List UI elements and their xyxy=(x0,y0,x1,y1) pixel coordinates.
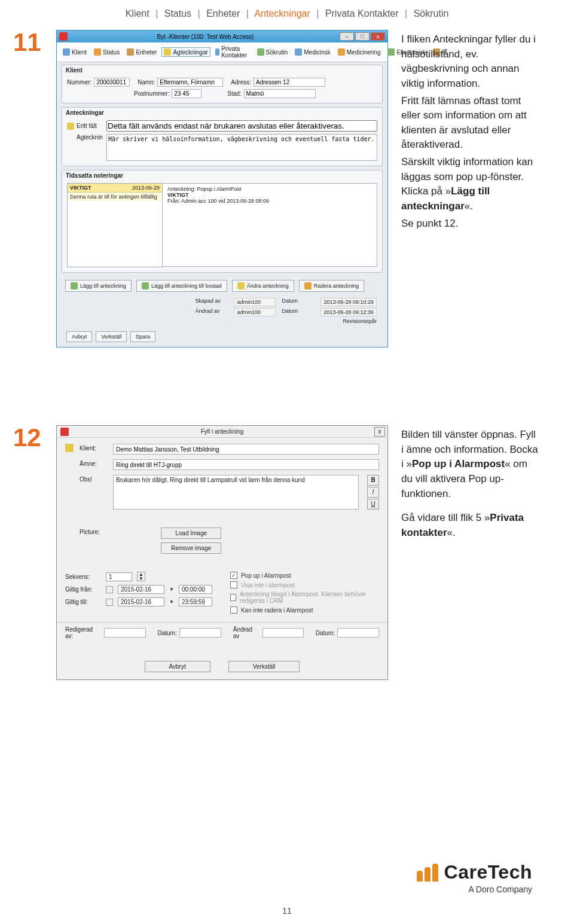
datum-label: Datum: xyxy=(158,630,177,636)
btn-verkstall[interactable]: Verkställ xyxy=(96,331,127,342)
bc-enheter: Enheter xyxy=(206,8,240,19)
bc-klient: Klient xyxy=(126,8,149,19)
bc-privata: Privata Kontakter xyxy=(325,8,399,19)
sekvens-input[interactable]: 1 xyxy=(106,572,132,581)
btn-radera[interactable]: Radera anteckning xyxy=(299,280,365,292)
checkbox[interactable] xyxy=(106,586,113,593)
giltig-fran-date[interactable]: 2015-02-16 xyxy=(118,585,164,594)
bc-status: Status xyxy=(164,8,191,19)
bc-sep: | xyxy=(316,8,319,19)
btn-avbryt[interactable]: Avbryt xyxy=(145,661,210,672)
andrad-value: admin100 xyxy=(234,308,276,316)
rev-link[interactable]: Revisionsspår xyxy=(343,318,377,324)
chk-tillagd-label: Anteckning tillagd i Alarmpost. Klienten… xyxy=(240,591,379,604)
p: I fliken Anteckningar fyller du i hälsot… xyxy=(401,32,538,92)
popup-title: Anteckning: Popup i AlarmPost xyxy=(167,186,372,192)
tab-enheter[interactable]: Enheter xyxy=(124,47,159,57)
redig-label: Redigerad av: xyxy=(65,626,102,639)
klient-label: Klient: xyxy=(80,444,107,452)
chk-radera[interactable] xyxy=(230,606,237,614)
note-icon xyxy=(67,123,74,130)
bold-button[interactable]: B xyxy=(367,475,379,486)
italic-button[interactable]: I xyxy=(367,487,379,498)
sekvens-label: Sekvens: xyxy=(65,574,101,580)
adress-label: Adress: xyxy=(231,79,251,86)
skapad-datum: 2013-06-28 09:10:29 xyxy=(320,298,377,306)
bc-sep: | xyxy=(155,8,158,19)
titlebar: Byt -Klienter (100: Test Web Access) – □… xyxy=(57,31,387,42)
giltig-fran-time[interactable]: 00:00:00 xyxy=(179,585,212,594)
bc-sep: | xyxy=(198,8,200,19)
nummer-input[interactable] xyxy=(94,78,130,87)
underline-button[interactable]: U xyxy=(367,499,379,510)
popup-heading: VIKTIGT xyxy=(167,192,372,198)
btn-lagg-anteckning[interactable]: Lägg till anteckning xyxy=(65,280,132,292)
status-icon xyxy=(94,48,101,56)
tab-status[interactable]: Status xyxy=(91,47,122,57)
bc-sep: | xyxy=(246,8,249,19)
tab-klient[interactable]: Klient xyxy=(60,47,89,57)
btn-verkstall[interactable]: Verkställ xyxy=(228,661,300,672)
fritt-label: Eritt fält xyxy=(77,123,106,129)
bc-anteckningar: Anteckningar xyxy=(254,8,310,19)
btn-lagg-bostad[interactable]: Lägg till anteckning till bostad xyxy=(136,280,227,292)
remove-image-button[interactable]: Remove image xyxy=(161,542,221,554)
fritt-input[interactable] xyxy=(106,120,377,132)
redig-value xyxy=(104,628,145,638)
viktigt-date: 2013-06-28 xyxy=(130,184,162,192)
p: Gå vidare till flik 5 »Privata kontakter… xyxy=(401,511,538,540)
add-icon xyxy=(142,282,149,289)
close-button[interactable]: x xyxy=(371,32,385,41)
namn-input[interactable] xyxy=(157,78,223,87)
logo-tagline: A Doro Company xyxy=(417,885,532,894)
load-image-button[interactable]: Load Image xyxy=(161,527,221,539)
group-tidsnoteringar: Tidssatta noteringar VIKTIGT2013-06-28 D… xyxy=(62,170,383,273)
close-button[interactable]: x xyxy=(374,427,385,437)
giltig-till-date[interactable]: 2015-02-16 xyxy=(118,597,164,606)
minimize-button[interactable]: – xyxy=(340,32,354,41)
group-anteckningar: Anteckningar Eritt fält Agtecknin Här sk… xyxy=(62,107,383,166)
dialog-fyll-anteckning: Fyll i anteckning x Klient: Ämne: Obs! xyxy=(56,425,388,680)
chk-tillagd[interactable] xyxy=(230,594,236,601)
stad-input[interactable] xyxy=(244,89,316,98)
giltig-till-time[interactable]: 23:59:59 xyxy=(179,597,212,606)
skapad-label: Skapad av xyxy=(195,298,228,306)
obs-label: Obs! xyxy=(80,475,107,483)
andrad-label: Ändrad av xyxy=(195,308,228,316)
viktigt-note: Denna ruta är till för antingen tillfäll… xyxy=(68,193,162,201)
btn-spara[interactable]: Spara xyxy=(130,331,155,342)
bc-sep: | xyxy=(405,8,407,19)
bc-sokrutin: Sökrutin xyxy=(414,8,449,19)
maximize-button[interactable]: □ xyxy=(355,32,370,41)
datum2-label: Datum: xyxy=(316,630,335,636)
btn-avbryt[interactable]: Avbryt xyxy=(66,331,92,342)
contacts-icon xyxy=(215,48,219,56)
tab-sokrutin[interactable]: Sökrutin xyxy=(255,47,291,57)
tab-medicinering[interactable]: Medicinering xyxy=(335,47,383,57)
datum-label: Datum xyxy=(282,298,315,306)
adress-input[interactable] xyxy=(254,78,325,87)
klient-input[interactable] xyxy=(113,444,379,455)
econ-icon xyxy=(387,48,395,56)
obs-textarea[interactable]: Brukaren hör dåligt. Ring direkt till La… xyxy=(113,475,359,510)
delete-icon xyxy=(304,282,312,289)
agt-label: Agtecknin xyxy=(77,134,106,161)
btn-andra[interactable]: Ändra anteckning xyxy=(232,280,294,292)
agt-textarea[interactable]: Här skriver vi hälsoinformation, vägbesk… xyxy=(106,134,377,161)
tab-medicinsk[interactable]: Medicinsk xyxy=(292,47,332,57)
user-icon xyxy=(63,48,70,56)
search-icon xyxy=(257,48,264,56)
chk-popup[interactable]: ✓ xyxy=(230,572,237,579)
checkbox[interactable] xyxy=(106,599,113,606)
chk-visa-inte[interactable] xyxy=(230,581,237,588)
post-input[interactable] xyxy=(172,89,201,98)
app-icon xyxy=(59,32,68,41)
spinner-icon[interactable]: ▲▼ xyxy=(137,572,145,581)
dialog-titlebar: Fyll i anteckning x xyxy=(57,426,387,438)
tab-privata[interactable]: Privata Kontakter xyxy=(213,44,252,60)
amne-input[interactable] xyxy=(113,459,379,470)
group-tids-label: Tidssatta noteringar xyxy=(62,170,382,181)
tab-anteckningar[interactable]: Agteckningar xyxy=(161,47,210,57)
timed-list[interactable]: VIKTIGT2013-06-28 Denna ruta är till för… xyxy=(67,183,163,267)
caretech-logo: CareTech A Doro Company xyxy=(417,861,532,894)
